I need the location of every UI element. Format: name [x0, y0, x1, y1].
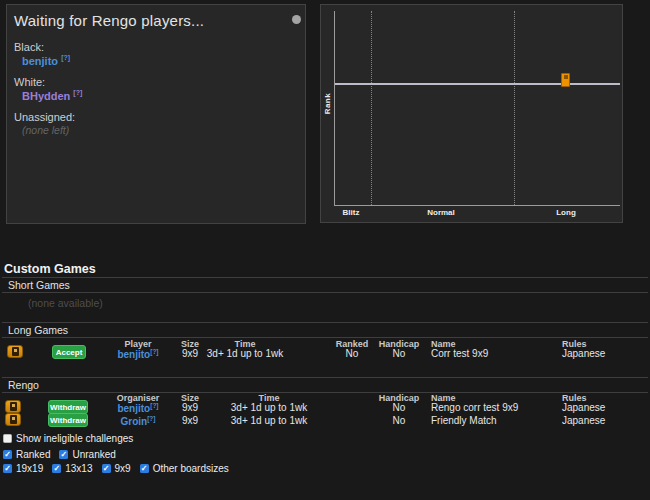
other-boardsizes-label[interactable]: Other boardsizes	[153, 463, 229, 474]
rengo-waiting-panel: Waiting for Rengo players... Black: benj…	[6, 4, 306, 224]
white-role-label: White:	[14, 76, 45, 88]
seek-graph-panel: Rank Blitz Normal Long	[320, 4, 623, 223]
challenge-handicap: No	[376, 415, 422, 426]
withdraw-button[interactable]: Withdraw	[48, 413, 88, 427]
blitz-normal-divider-line	[371, 11, 372, 205]
challenge-name: Friendly Match	[431, 415, 557, 426]
seek-graph-plot[interactable]	[334, 11, 620, 206]
unranked-checkbox[interactable]: ✓	[59, 450, 68, 459]
board-icon	[10, 415, 17, 424]
long-games-section-header: Long Games	[2, 322, 648, 338]
filter-row-boardsizes: ✓ 19x19 ✓ 13x13 ✓ 9x9 ✓ Other boardsizes	[3, 463, 238, 474]
show-ineligible-label[interactable]: Show ineligible challenges	[16, 433, 133, 444]
challenge-size: 9x9	[170, 415, 210, 426]
blitz-axis-label: Blitz	[343, 208, 360, 217]
challenge-preview-button[interactable]	[5, 413, 21, 426]
challenge-handicap: No	[376, 402, 422, 413]
size-19x19-checkbox[interactable]: ✓	[3, 464, 12, 473]
show-ineligible-checkbox[interactable]	[3, 434, 12, 443]
status-dot-icon	[292, 15, 301, 24]
filter-row-ineligible: Show ineligible challenges	[3, 433, 142, 444]
normal-long-divider-line	[514, 11, 515, 205]
challenge-preview-button[interactable]	[7, 345, 23, 358]
black-role-label: Black:	[14, 41, 44, 53]
challenge-size: 9x9	[170, 402, 210, 413]
short-games-label: Short Games	[8, 279, 70, 291]
withdraw-button[interactable]: Withdraw	[48, 400, 88, 414]
challenge-organiser-link[interactable]: benjito[?]	[106, 402, 170, 414]
other-boardsizes-checkbox[interactable]: ✓	[140, 464, 149, 473]
challenge-time: 3d+ 1d up to 1wk	[202, 348, 288, 359]
challenge-rules: Japanese	[562, 402, 647, 413]
white-player-link[interactable]: BHydden [?]	[22, 89, 82, 102]
rank-axis-label: Rank	[323, 93, 332, 114]
rank-reference-line	[335, 83, 620, 85]
filter-row-ranked: ✓ Ranked ✓ Unranked	[3, 449, 125, 460]
size-9x9-checkbox[interactable]: ✓	[102, 464, 111, 473]
short-games-section-header: Short Games	[2, 277, 648, 293]
size-13x13-checkbox[interactable]: ✓	[52, 464, 61, 473]
rengo-label: Rengo	[8, 379, 39, 391]
size-19x19-label[interactable]: 19x19	[16, 463, 43, 474]
size-9x9-label[interactable]: 9x9	[115, 463, 131, 474]
size-13x13-label[interactable]: 13x13	[65, 463, 92, 474]
challenge-player-link[interactable]: benjito[?]	[106, 348, 170, 360]
accept-button[interactable]: Accept	[52, 345, 86, 359]
ranked-checkbox[interactable]: ✓	[3, 450, 12, 459]
challenge-ranked: No	[330, 348, 374, 359]
ranked-label[interactable]: Ranked	[16, 449, 50, 460]
challenge-rules: Japanese	[562, 415, 647, 426]
challenge-time: 3d+ 1d up to 1wk	[226, 415, 312, 426]
unassigned-empty-note: (none left)	[22, 124, 69, 136]
challenge-marker[interactable]	[561, 73, 570, 87]
black-player-link[interactable]: benjito [?]	[22, 54, 70, 67]
challenge-name: Rengo corr test 9x9	[431, 402, 557, 413]
challenge-marker-inner	[564, 75, 568, 79]
challenge-rules: Japanese	[562, 348, 647, 359]
normal-axis-label: Normal	[427, 208, 455, 217]
short-games-empty-note: (none available)	[28, 297, 103, 309]
custom-games-title: Custom Games	[4, 262, 96, 276]
long-axis-label: Long	[556, 208, 576, 217]
black-player-name[interactable]: benjito	[22, 55, 58, 67]
board-icon	[12, 347, 19, 356]
challenge-handicap: No	[376, 348, 422, 359]
unassigned-role-label: Unassigned:	[14, 111, 75, 123]
black-player-rank-badge[interactable]: [?]	[61, 54, 70, 61]
challenge-preview-button[interactable]	[5, 400, 21, 413]
challenge-organiser-link[interactable]: Groin[?]	[106, 415, 170, 427]
board-icon	[10, 402, 17, 411]
challenge-name: Corr test 9x9	[431, 348, 557, 359]
white-player-rank-badge[interactable]: [?]	[73, 89, 82, 96]
rengo-panel-title: Waiting for Rengo players...	[14, 12, 204, 29]
unranked-label[interactable]: Unranked	[72, 449, 115, 460]
challenge-time: 3d+ 1d up to 1wk	[226, 402, 312, 413]
long-games-label: Long Games	[8, 324, 68, 336]
white-player-name[interactable]: BHydden	[22, 90, 70, 102]
rengo-section-header: Rengo	[2, 377, 648, 393]
play-page: Waiting for Rengo players... Black: benj…	[0, 0, 650, 500]
